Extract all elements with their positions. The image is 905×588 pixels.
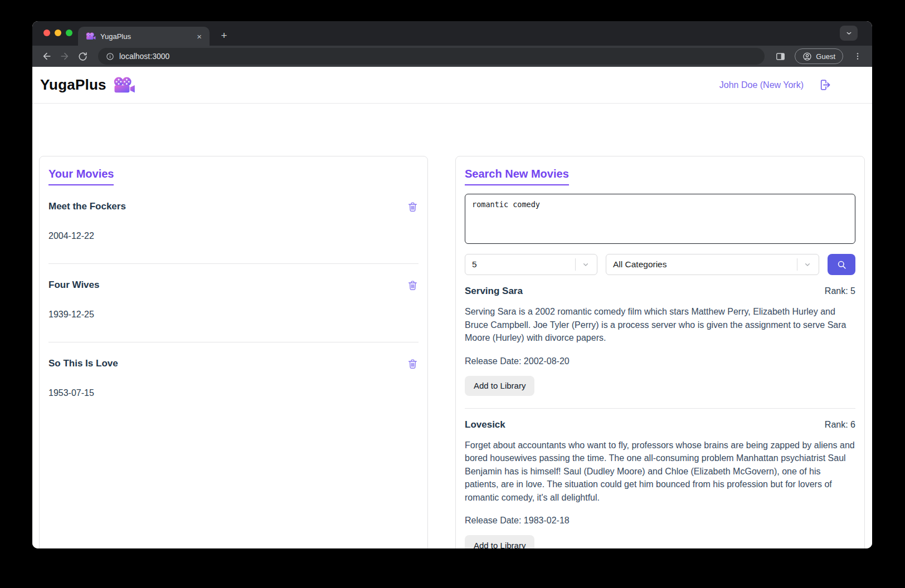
browser-toolbar: localhost:3000 Guest xyxy=(32,46,872,67)
category-value: All Categories xyxy=(613,259,667,270)
library-movie-date: 1939-12-25 xyxy=(48,310,419,320)
library-movie-title: Meet the Fockers xyxy=(48,201,126,212)
tab-favicon-movie-camera-icon xyxy=(86,32,96,40)
url-text: localhost:3000 xyxy=(119,52,169,61)
delete-movie-button[interactable] xyxy=(407,201,419,213)
address-bar[interactable]: localhost:3000 xyxy=(98,48,765,65)
your-movies-heading: Your Movies xyxy=(48,168,114,185)
chevron-down-icon xyxy=(581,260,590,269)
movie-camera-icon xyxy=(113,77,135,94)
trash-icon xyxy=(407,201,419,213)
result-title: Lovesick xyxy=(465,419,505,430)
side-panel-icon[interactable] xyxy=(772,48,788,64)
result-release-date: Release Date: 1983-02-18 xyxy=(465,516,855,526)
tab-close-icon[interactable]: × xyxy=(194,31,204,42)
result-title: Serving Sara xyxy=(465,286,523,297)
select-divider xyxy=(797,258,797,271)
site-info-icon[interactable] xyxy=(106,52,114,61)
your-movies-panel: Your Movies Meet the Fockers 2004-12-22 … xyxy=(39,156,428,548)
window-controls xyxy=(43,30,72,36)
result-release-date: Release Date: 2002-08-20 xyxy=(465,356,855,366)
search-result: Serving Sara Rank: 5 Serving Sara is a 2… xyxy=(465,275,855,409)
trash-icon xyxy=(407,280,419,291)
browser-window: YugaPlus × + localhost:3000 Guest xyxy=(32,21,872,548)
category-select[interactable]: All Categories xyxy=(606,254,819,275)
add-to-library-button[interactable]: Add to Library xyxy=(465,376,534,396)
library-movie-title: Four Wives xyxy=(48,280,99,291)
guest-avatar-icon xyxy=(802,52,812,61)
search-result: Lovesick Rank: 6 Forget about accountant… xyxy=(465,409,855,549)
chevron-down-icon xyxy=(803,260,812,269)
search-heading: Search New Movies xyxy=(465,168,569,185)
reload-button[interactable] xyxy=(75,48,90,64)
result-limit-select[interactable]: 5 xyxy=(465,254,597,275)
search-controls: 5 All Categories xyxy=(465,254,855,275)
main-content: Your Movies Meet the Fockers 2004-12-22 … xyxy=(32,104,872,548)
close-window-button[interactable] xyxy=(43,30,50,36)
search-icon xyxy=(836,259,847,270)
result-description: Forget about accountants who want to fly… xyxy=(465,439,855,504)
browser-tab-yugaplus[interactable]: YugaPlus × xyxy=(78,27,210,46)
tab-strip: YugaPlus × + xyxy=(32,21,872,46)
library-movie-row: Four Wives 1939-12-25 xyxy=(48,264,419,342)
library-movie-title: So This Is Love xyxy=(48,358,118,369)
user-name-link[interactable]: John Doe (New York) xyxy=(719,80,804,90)
select-divider xyxy=(575,258,576,271)
add-to-library-button[interactable]: Add to Library xyxy=(465,535,534,548)
search-panel: Search New Movies romantic comedy 5 All … xyxy=(455,156,865,548)
app-header: YugaPlus John Doe (New York) xyxy=(32,67,872,104)
page: YugaPlus John Doe (New York) Your Movies xyxy=(32,67,872,548)
delete-movie-button[interactable] xyxy=(407,358,419,370)
tab-title: YugaPlus xyxy=(100,32,190,41)
profile-button[interactable]: Guest xyxy=(795,48,843,64)
back-button[interactable] xyxy=(39,48,55,64)
tab-strip-chevron-down-icon[interactable] xyxy=(840,26,858,41)
browser-menu-icon[interactable] xyxy=(850,48,865,64)
app-logo-text: YugaPlus xyxy=(40,76,106,94)
library-movie-row: So This Is Love 1953-07-15 xyxy=(48,342,419,420)
result-rank: Rank: 5 xyxy=(825,286,855,296)
profile-label: Guest xyxy=(816,52,835,61)
library-movie-date: 1953-07-15 xyxy=(48,388,419,398)
search-button[interactable] xyxy=(828,254,855,275)
result-description: Serving Sara is a 2002 romantic comedy f… xyxy=(465,305,855,345)
result-rank: Rank: 6 xyxy=(825,420,855,430)
maximize-window-button[interactable] xyxy=(66,30,72,36)
trash-icon xyxy=(407,358,419,370)
library-movie-date: 2004-12-22 xyxy=(48,231,419,241)
minimize-window-button[interactable] xyxy=(55,30,61,36)
delete-movie-button[interactable] xyxy=(407,280,419,291)
new-tab-button[interactable]: + xyxy=(216,28,232,43)
library-movie-row: Meet the Fockers 2004-12-22 xyxy=(48,185,419,264)
result-limit-value: 5 xyxy=(472,259,477,270)
logout-icon[interactable] xyxy=(818,78,832,92)
forward-button[interactable] xyxy=(57,48,72,64)
search-query-input[interactable]: romantic comedy xyxy=(465,194,855,244)
